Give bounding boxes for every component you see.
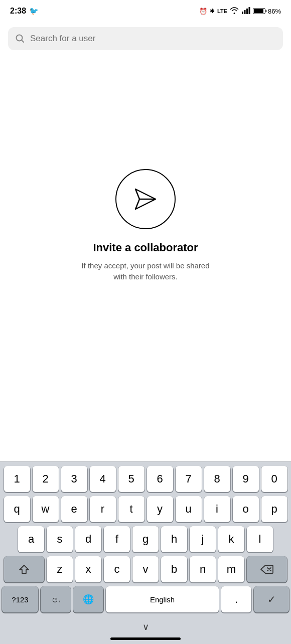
key-1[interactable]: 1: [4, 466, 30, 492]
collaborator-icon-circle: [115, 169, 176, 229]
key-g[interactable]: g: [132, 526, 159, 552]
key-emoji[interactable]: ☺,: [41, 586, 71, 612]
keyboard: 1 2 3 4 5 6 7 8 9 0 q w e r t y u i o p …: [0, 461, 291, 644]
search-bar-container: [0, 22, 291, 55]
status-icons: ⏰ ✱ LTE 86%: [199, 7, 281, 16]
key-f[interactable]: f: [104, 526, 130, 552]
key-a[interactable]: a: [18, 526, 44, 552]
key-8[interactable]: 8: [204, 466, 230, 492]
key-c[interactable]: c: [104, 556, 130, 582]
key-u[interactable]: u: [176, 496, 202, 522]
key-y[interactable]: y: [147, 496, 173, 522]
key-0[interactable]: 0: [261, 466, 287, 492]
key-e[interactable]: e: [61, 496, 87, 522]
key-n[interactable]: n: [190, 556, 216, 582]
key-p[interactable]: p: [261, 496, 287, 522]
main-content: Invite a collaborator If they accept, yo…: [0, 55, 291, 396]
status-time: 2:38 🐦: [10, 7, 39, 16]
key-dot[interactable]: .: [221, 586, 251, 612]
key-s[interactable]: s: [47, 526, 73, 552]
key-2[interactable]: 2: [33, 466, 59, 492]
key-x[interactable]: x: [75, 556, 101, 582]
twitter-icon: 🐦: [29, 7, 39, 16]
key-o[interactable]: o: [233, 496, 259, 522]
key-w[interactable]: w: [33, 496, 59, 522]
bluetooth-icon: ✱: [210, 8, 215, 15]
key-9[interactable]: 9: [233, 466, 259, 492]
key-m[interactable]: m: [218, 556, 244, 582]
time-display: 2:38: [10, 7, 26, 16]
battery-percent: 86%: [268, 8, 281, 15]
invite-title: Invite a collaborator: [93, 241, 198, 254]
key-globe[interactable]: 🌐: [73, 586, 103, 612]
key-4[interactable]: 4: [90, 466, 116, 492]
key-v[interactable]: v: [132, 556, 159, 582]
svg-rect-1: [244, 10, 245, 14]
search-bar[interactable]: [8, 27, 283, 50]
svg-rect-5: [254, 9, 263, 13]
status-bar: 2:38 🐦 ⏰ ✱ LTE: [0, 0, 291, 22]
key-l[interactable]: l: [247, 526, 273, 552]
key-5[interactable]: 5: [118, 466, 144, 492]
invite-subtitle: If they accept, your post will be shared…: [75, 260, 216, 283]
key-z[interactable]: z: [47, 556, 73, 582]
battery-icon: 86%: [253, 8, 281, 15]
key-space[interactable]: English: [106, 586, 219, 612]
svg-rect-2: [246, 9, 248, 14]
key-k[interactable]: k: [218, 526, 244, 552]
wifi-icon: [230, 7, 239, 16]
key-q[interactable]: q: [4, 496, 30, 522]
key-confirm[interactable]: ✓: [254, 586, 289, 612]
keyboard-dismiss-button[interactable]: ∨: [142, 621, 149, 632]
send-icon: [130, 184, 161, 214]
home-indicator: [110, 637, 181, 640]
search-input[interactable]: [30, 34, 276, 44]
keyboard-bottom-bar: ∨: [0, 618, 291, 634]
key-i[interactable]: i: [204, 496, 230, 522]
keyboard-rows: 1 2 3 4 5 6 7 8 9 0 q w e r t y u i o p …: [0, 462, 291, 618]
key-h[interactable]: h: [161, 526, 187, 552]
alarm-icon: ⏰: [199, 8, 207, 15]
key-shift[interactable]: [4, 556, 44, 582]
lte-icon: LTE: [217, 8, 227, 14]
backspace-icon: [260, 564, 273, 574]
key-3[interactable]: 3: [61, 466, 87, 492]
svg-rect-0: [242, 12, 243, 14]
key-7[interactable]: 7: [176, 466, 202, 492]
key-row-zxcv: z x c v b n m: [2, 556, 289, 582]
key-j[interactable]: j: [190, 526, 216, 552]
key-backspace[interactable]: [247, 556, 287, 582]
signal-icon: [241, 7, 250, 16]
key-b[interactable]: b: [161, 556, 187, 582]
key-row-asdf: a s d f g h j k l: [2, 526, 289, 552]
key-r[interactable]: r: [90, 496, 116, 522]
key-6[interactable]: 6: [147, 466, 173, 492]
search-icon: [15, 34, 25, 44]
key-t[interactable]: t: [118, 496, 144, 522]
key-num-switch[interactable]: ?123: [2, 586, 38, 612]
key-row-qwerty: q w e r t y u i o p: [2, 496, 289, 522]
shift-icon: [19, 564, 30, 575]
key-row-numbers: 1 2 3 4 5 6 7 8 9 0: [2, 466, 289, 492]
key-row-bottom: ?123 ☺, 🌐 English . ✓: [2, 586, 289, 612]
key-d[interactable]: d: [75, 526, 101, 552]
svg-rect-3: [248, 7, 250, 14]
